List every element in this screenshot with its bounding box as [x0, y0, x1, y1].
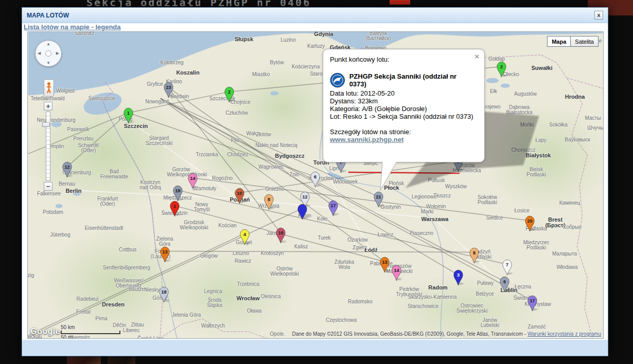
dialog-title: MAPA LOTÓW [27, 12, 69, 19]
map-scale-control: 50 km 50 mi [61, 324, 120, 339]
map-attribution: Dane do Mapy ©2012 GIS Innovatsia, GeoBa… [292, 331, 601, 337]
flight-list-legend-link[interactable]: Lista lotów na mapie - legenda [24, 24, 121, 31]
dialog-bottom-strip [22, 340, 608, 356]
street-view-pegman[interactable] [44, 79, 54, 97]
terms-of-use-link[interactable]: Warunki korzystania z programu [528, 331, 601, 337]
map-type-satellite-button[interactable]: Satelita [571, 36, 599, 47]
scale-km-label: 50 km [61, 324, 120, 330]
infowindow-shadow [28, 32, 603, 338]
dialog-titlebar: MAPA LOTÓW X [22, 8, 608, 23]
pzhgp-logo-icon [330, 72, 345, 88]
legend-row: Lista lotów na mapie - legenda [22, 23, 608, 31]
info-window-heading: Punkt końcowy lotu: [330, 56, 474, 63]
info-window-close-icon[interactable]: × [474, 52, 479, 60]
flight-date: Data lotu: 2012-05-20 [330, 89, 474, 97]
pan-center-icon[interactable] [45, 50, 51, 57]
map-type-control: Mapa Satelita [547, 36, 599, 47]
pan-right-icon[interactable]: ▶ [56, 51, 59, 56]
pan-up-icon[interactable]: ▲ [46, 42, 50, 46]
map-type-map-button[interactable]: Mapa [547, 36, 571, 47]
zoom-out-button[interactable]: − [44, 182, 52, 191]
info-window-tail [377, 161, 403, 193]
pegman-icon [46, 82, 52, 94]
details-label: Szczegóły lotów na stronie: [330, 128, 474, 136]
background-red-badge [390, 0, 410, 5]
flight-info-window: × Punkt końcowy lotu: PZHGP Sekcja Sanni… [323, 49, 485, 162]
map-canvas[interactable]: SassnitzGreifswaldWolgastŚwinoujścieTete… [27, 31, 604, 339]
flight-category: Kategoria: A/B (Gołębie Dorosłe) [330, 105, 474, 113]
club-name: PZHGP Sekcja Sanniki (oddział nr 0373) [349, 72, 474, 88]
zoom-slider-handle[interactable] [42, 122, 50, 127]
attribution-text: Dane do Mapy ©2012 GIS Innovatsia, GeoBa… [292, 331, 528, 337]
dialog-close-button[interactable]: X [594, 11, 603, 20]
pan-control[interactable]: ▲ ▼ ◀ ▶ [35, 40, 62, 67]
club-website-link[interactable]: www.sanniki.pzhgp.net [330, 136, 403, 143]
flight-distance: Dystans: 323km [330, 97, 474, 105]
google-logo: Google [30, 327, 60, 336]
flight-map-dialog: MAPA LOTÓW X Lista lotów na mapie - lege… [22, 7, 608, 356]
pan-left-icon[interactable]: ◀ [38, 51, 41, 56]
flight-route: Lot: Resko 1 -> Sekcja Sanniki (oddział … [330, 113, 474, 120]
pan-down-icon[interactable]: ▼ [46, 61, 50, 65]
scale-mi-label: 50 mi [61, 335, 120, 339]
zoom-in-button[interactable]: + [44, 102, 52, 111]
page-background: { "page": { "background_title": "Sekcja … [0, 0, 633, 364]
scale-bar [61, 331, 120, 334]
